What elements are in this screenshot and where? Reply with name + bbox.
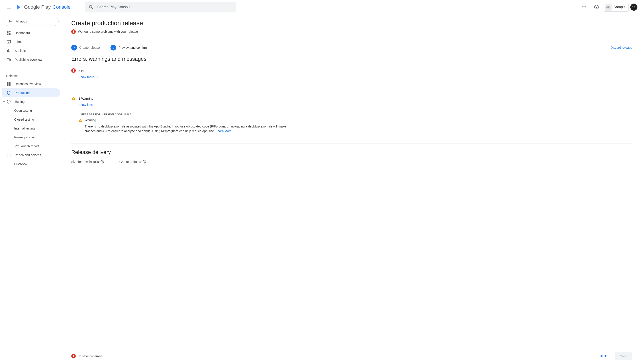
error-icon: !: [71, 29, 76, 34]
sidebar: All apps Dashboard Inbox Statistics Publ…: [0, 14, 62, 364]
warning-item: Warning There is no deobfuscation file a…: [78, 118, 632, 134]
warning-item-text: There is no deobfuscation file associate…: [85, 124, 289, 134]
help-button[interactable]: [591, 2, 602, 12]
warning-item-title: Warning: [85, 118, 289, 123]
discard-release-button[interactable]: Discard release: [610, 46, 632, 50]
warnings-subheader: 1 MESSAGE FOR VERSION CODE 10000: [78, 113, 632, 116]
nav-production[interactable]: Production: [2, 88, 60, 97]
link-button[interactable]: [579, 2, 589, 12]
releases-icon: [6, 82, 11, 86]
hamburger-icon: [6, 4, 12, 10]
back-all-apps-label: All apps: [16, 20, 27, 23]
warning-item-body: There is no deobfuscation file associate…: [85, 124, 286, 133]
android-icon: [605, 4, 612, 11]
nav-pre-registration[interactable]: Pre-registration: [2, 133, 60, 142]
step-label: Create release: [79, 46, 100, 50]
step-number: 2: [111, 45, 116, 50]
search-input[interactable]: [97, 5, 233, 9]
error-icon: !: [71, 354, 76, 358]
chevron-up-icon: [94, 103, 98, 107]
error-icon: !: [71, 68, 76, 73]
testing-icon: [6, 99, 11, 104]
back-all-apps[interactable]: All apps: [4, 17, 59, 26]
chevron-down-icon: [2, 153, 6, 157]
nav-reach-overview[interactable]: Overview: [2, 160, 60, 168]
nav-label: Overview: [14, 162, 27, 166]
nav-divider: [2, 67, 60, 67]
chevron-right-icon: [2, 144, 6, 148]
publishing-icon: [6, 57, 11, 62]
check-icon: [71, 45, 77, 50]
svg-point-1: [7, 100, 11, 104]
nav-closed-testing[interactable]: Closed testing: [2, 115, 60, 124]
toggle-label: Show more: [78, 75, 94, 79]
inbox-icon: [6, 40, 11, 44]
nav-releases-overview[interactable]: Releases overview: [2, 80, 60, 88]
help-icon[interactable]: [100, 160, 104, 164]
step-create-release[interactable]: Create release: [71, 45, 100, 50]
page-title: Create production release: [71, 20, 632, 27]
brand-play-text: Google Play: [24, 4, 51, 10]
nav-label: Releases overview: [15, 82, 41, 86]
brand-logo[interactable]: Google Play Console: [16, 4, 71, 10]
warning-icon: [71, 96, 76, 100]
search-icon: [88, 4, 94, 10]
nav-inbox[interactable]: Inbox: [2, 38, 60, 46]
nav-publishing-overview[interactable]: Publishing overview: [2, 55, 60, 64]
account-avatar[interactable]: 11: [630, 4, 637, 11]
nav-label: Testing: [15, 100, 25, 104]
size-updates: Size for updates: [119, 160, 146, 164]
menu-button[interactable]: [4, 2, 14, 12]
nav-label: Pre-registration: [14, 136, 36, 139]
avatar-initials: 11: [632, 5, 636, 9]
nav-testing[interactable]: Testing: [2, 97, 60, 106]
production-icon: [6, 90, 11, 95]
nav-label: Open testing: [14, 109, 32, 112]
section-messages-title: Errors, warnings and messages: [71, 56, 632, 62]
warnings-show-less[interactable]: Show less: [78, 103, 632, 107]
chevron-down-icon: [96, 75, 100, 79]
errors-show-more[interactable]: Show more: [78, 75, 632, 79]
nav-label: Production: [15, 91, 30, 94]
help-icon: [594, 4, 599, 10]
step-separator: [102, 48, 108, 48]
play-icon: [16, 4, 22, 10]
nav-statistics[interactable]: Statistics: [2, 46, 60, 55]
devices-icon: [6, 153, 11, 158]
app-selector[interactable]: Sample: [603, 3, 628, 12]
warnings-block: 1 Warning Show less 1 MESSAGE FOR VERSIO…: [71, 94, 632, 138]
nav-dashboard[interactable]: Dashboard: [2, 28, 60, 38]
nav-label: Internal testing: [14, 126, 35, 130]
nav-reach-devices[interactable]: Reach and devices: [2, 151, 60, 160]
save-button-label: Save: [620, 354, 627, 358]
main-content: Create production release ! We found som…: [62, 14, 641, 348]
nav-pre-launch-report[interactable]: Pre-launch report: [2, 142, 60, 151]
nav-label: Dashboard: [15, 31, 30, 35]
footer-message: To save, fix errors: [78, 354, 102, 358]
back-button[interactable]: Back: [595, 352, 611, 360]
nav-label: Closed testing: [14, 118, 34, 121]
arrow-back-icon: [8, 19, 12, 24]
problem-banner-text: We found some problems with your release: [78, 30, 138, 33]
step-preview-confirm[interactable]: 2 Preview and confirm: [111, 45, 147, 50]
search-box[interactable]: [85, 2, 236, 12]
nav-label: Inbox: [15, 40, 22, 44]
nav-open-testing[interactable]: Open testing: [2, 106, 60, 115]
nav-label: Statistics: [15, 49, 27, 52]
section-delivery-title: Release delivery: [71, 149, 632, 155]
help-icon[interactable]: [142, 160, 146, 164]
nav-label: Publishing overview: [15, 58, 42, 62]
footer-bar: ! To save, fix errors Back Save: [62, 348, 641, 364]
size-updates-label: Size for updates: [119, 160, 141, 164]
learn-more-link[interactable]: Learn More: [216, 129, 232, 133]
problem-banner: ! We found some problems with your relea…: [71, 29, 632, 34]
brand-console-text: Console: [53, 4, 71, 10]
divider: [71, 144, 632, 144]
stepper: Create release 2 Preview and confirm: [71, 45, 147, 50]
nav-section-release: Release: [2, 70, 60, 80]
step-label: Preview and confirm: [119, 46, 147, 50]
errors-block: ! 8 Errors Show more: [71, 66, 632, 84]
warning-icon: [78, 118, 82, 122]
nav-internal-testing[interactable]: Internal testing: [2, 124, 60, 133]
save-button: Save: [615, 352, 632, 360]
